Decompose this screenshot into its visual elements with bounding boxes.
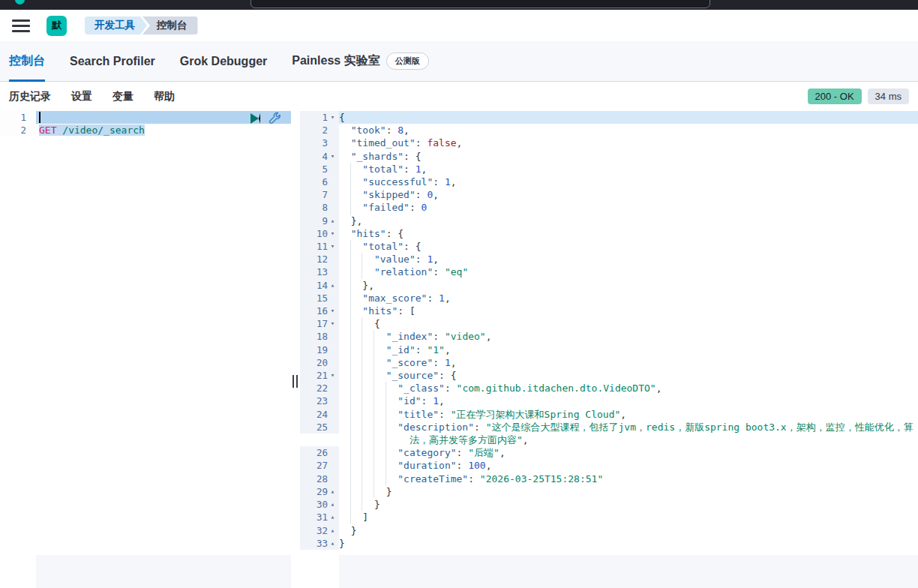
fold-open-icon[interactable]: ▾ [328, 111, 338, 124]
fold-close-icon[interactable]: ▴ [328, 524, 338, 537]
code-token: } [374, 499, 380, 510]
tab-painless-[interactable]: Painless 实验室公测版 [292, 41, 428, 81]
fold-close-icon[interactable]: ▴ [328, 485, 338, 498]
response-line-text: } [362, 498, 918, 511]
code-token: } [386, 486, 392, 497]
tab-grok-debugger[interactable]: Grok Debugger [180, 41, 267, 81]
line-number-text: 15 [316, 292, 328, 304]
menu-item-settings[interactable]: 设置 [71, 90, 92, 104]
breadcrumb-console[interactable]: 控制台 [142, 16, 198, 34]
response-line-text: "took": 8, [339, 124, 918, 136]
fold-spacer [328, 163, 338, 176]
fold-spacer [328, 446, 338, 459]
fold-spacer [328, 176, 338, 188]
response-line-text: "createTime": "2026-03-25T15:28:51" [386, 472, 918, 485]
line-number-text: 1 [322, 111, 328, 124]
code-token: "max_score" [362, 292, 427, 304]
code-token: } [351, 525, 357, 536]
response-line-text: "total": 1, [351, 163, 918, 176]
h-scrollbar-track[interactable] [36, 555, 291, 588]
tab-console[interactable]: 控制台 [9, 41, 45, 81]
code-token: : [445, 382, 457, 394]
fold-close-icon[interactable]: ▴ [328, 537, 338, 550]
fold-open-icon[interactable]: ▾ [328, 227, 338, 240]
indent-guides [339, 176, 351, 188]
send-request-button[interactable] [250, 113, 260, 124]
console-split-view: 12GET /video/_search 1▾{2"took": 8,3"tim… [0, 111, 918, 588]
line-number: 31▴ [300, 511, 339, 524]
response-line-text: "hits": { [339, 227, 918, 240]
line-number: 27 [300, 459, 339, 472]
code-token: 1 [433, 395, 439, 406]
breadcrumb: 开发工具 控制台 [85, 16, 198, 34]
indent-guides [339, 408, 386, 421]
indent-guides [339, 304, 351, 317]
line-number-text: 6 [322, 176, 328, 188]
code-token: , [457, 137, 463, 148]
fold-spacer [328, 292, 338, 304]
tab-search-profiler[interactable]: Search Profiler [70, 41, 155, 81]
panel-resize-handle[interactable] [291, 111, 300, 588]
line-number: 26 [300, 446, 339, 459]
menu-item-variables[interactable]: 变量 [112, 90, 134, 104]
response-viewer: 1▾{2"took": 8,3"timed_out": false,4▾"_sh… [300, 111, 918, 588]
response-line-text: "timed_out": false, [339, 136, 918, 149]
fold-close-icon[interactable]: ▴ [328, 214, 338, 227]
request-options-button[interactable] [268, 112, 280, 124]
response-line: 1▾{ [300, 111, 918, 124]
response-line-text: { [339, 111, 918, 124]
global-search-input[interactable] [250, 0, 710, 8]
code-token: : [416, 254, 428, 265]
menu-item-history[interactable]: 历史记录 [9, 90, 51, 104]
request-line: 2GET /video/_search [0, 124, 291, 136]
elastic-logo-icon [15, 0, 25, 4]
line-number: 18 [300, 330, 339, 343]
code-token: "createTime" [398, 473, 468, 484]
request-editor[interactable]: 12GET /video/_search [0, 111, 291, 588]
fold-close-icon[interactable]: ▴ [328, 279, 338, 292]
code-token: : [416, 344, 428, 356]
line-number: 30▴ [300, 498, 339, 511]
fold-open-icon[interactable]: ▾ [328, 317, 338, 330]
code-token: "relation" [374, 266, 433, 278]
response-line-text: "id": 1, [386, 394, 918, 407]
menu-item-help[interactable]: 帮助 [154, 90, 175, 104]
code-token: , [620, 409, 626, 420]
space-avatar[interactable]: 默 [46, 16, 67, 36]
line-number-text: 29 [316, 485, 328, 498]
line-number: 16▾ [300, 304, 339, 317]
code-token: : { [439, 370, 456, 381]
fold-spacer [328, 472, 338, 485]
code-token: , [486, 331, 492, 342]
line-number: 32▴ [300, 524, 339, 537]
code-token: { [339, 112, 345, 123]
line-number: 24 [300, 408, 339, 421]
line-number: 19 [300, 344, 339, 356]
fold-open-icon[interactable]: ▾ [328, 369, 338, 382]
fold-close-icon[interactable]: ▴ [328, 498, 338, 511]
fold-close-icon[interactable]: ▴ [328, 511, 338, 524]
response-status-area: 200 - OK 34 ms [808, 88, 909, 104]
response-line: 7"skipped": 0, [300, 188, 918, 201]
response-line: 11▾"total": { [300, 240, 918, 253]
fold-open-icon[interactable]: ▾ [328, 150, 338, 163]
code-token: "后端" [468, 447, 500, 458]
fold-open-icon[interactable]: ▾ [328, 240, 338, 253]
h-scrollbar-track[interactable] [339, 555, 918, 588]
line-number: 3 [300, 136, 339, 149]
code-token: 8 [398, 124, 404, 136]
response-line-text: } [339, 537, 918, 550]
breadcrumb-dev-tools[interactable]: 开发工具 [85, 16, 147, 34]
response-line-text: }, [351, 279, 918, 292]
response-line: 19"_id": "1", [300, 344, 918, 356]
fold-spacer [328, 394, 338, 407]
code-token: : [433, 357, 445, 368]
code-token: "total" [362, 164, 404, 175]
fold-open-icon[interactable]: ▾ [328, 304, 338, 317]
code-token: GET [39, 124, 56, 136]
response-line-text: "successful": 1, [351, 176, 918, 188]
menu-icon[interactable] [12, 20, 30, 32]
code-token: , [500, 447, 506, 458]
code-token: "hits" [362, 305, 398, 316]
line-number-text: 14 [316, 279, 328, 292]
